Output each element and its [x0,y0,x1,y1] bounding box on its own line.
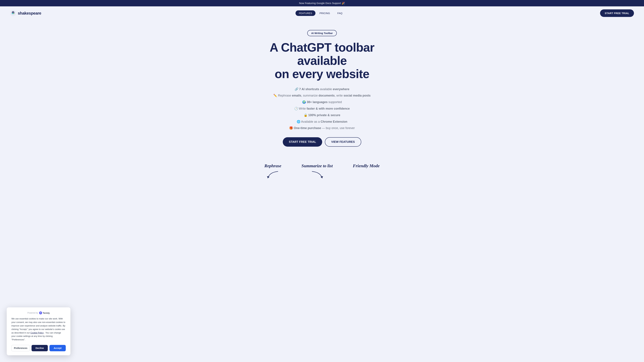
feature-icon: 🔒 [304,113,308,117]
feature-icon: 🌐 [297,120,300,123]
logo-text: shakespeare [18,11,41,15]
shortcut-summarize: Summarize to list [302,163,333,180]
feature-icon: ✏️ [273,94,277,97]
shortcut-rephrase: Rephrase [264,163,281,180]
announcement-bar: Now Featuring Google Docs Support 🎉 [0,0,644,6]
cookie-accept-button[interactable]: Accept [50,345,66,351]
feature-text: Available as a Chrome Extension [301,120,347,123]
svg-point-3 [13,12,14,13]
svg-marker-7 [320,176,323,178]
hero-features-list: 🔗 7 AI shortcuts available everywhere ✏️… [250,87,394,131]
hero-start-trial-button[interactable]: START FREE TRIAL [283,137,322,147]
feature-text: 100% private & secure [308,113,340,117]
feature-text: 7 AI shortcuts available everywhere [299,87,350,91]
logo-area[interactable]: shakespeare [10,10,41,16]
feature-icon: 🎁 [289,126,293,130]
cookie-text: We use essential cookies to make our sit… [12,317,66,342]
shakespeare-logo-icon [10,10,16,16]
nav-faq[interactable]: FAQ [334,10,346,16]
termly-logo: T Termly [39,311,50,314]
termly-icon: T [39,311,42,314]
cookie-decline-button[interactable]: Decline [32,345,48,351]
feature-confidence: 🕐 Write faster & with more confidence [250,106,394,111]
feature-languages: 🌍 38+ languages supported [250,100,394,105]
shortcut-rephrase-label: Rephrase [264,163,281,168]
hero-section: AI Writing Toolbar A ChatGPT toolbar ava… [246,20,398,163]
feature-text: Write faster & with more confidence [299,107,350,110]
cookie-preferences-button[interactable]: Preferences [12,345,30,351]
shortcut-friendly-label: Friendly Mode [353,163,380,168]
hero-buttons: START FREE TRIAL VIEW FEATURES [250,137,394,147]
powered-by-text: Powered by [27,312,38,314]
shortcut-friendly: Friendly Mode [353,163,380,180]
cookie-banner: Powered by T Termly We use essential coo… [7,307,70,355]
hero-heading: A ChatGPT toolbar available on every web… [250,41,394,81]
nav-features[interactable]: FEATURES [296,10,316,16]
feature-rephrase: ✏️ Rephrase emails, summarize documents,… [250,93,394,98]
nav-cta-button[interactable]: START FREE TRIAL [600,9,634,17]
cookie-buttons: Preferences Decline Accept [12,345,66,351]
feature-text: 38+ languages supported [307,100,342,104]
hero-view-features-button[interactable]: VIEW FEATURES [325,137,361,147]
feature-text: One-time purchase — buy once, use foreve… [294,126,355,130]
announcement-text: Now Featuring Google Docs Support 🎉 [299,2,345,4]
cookie-policy-link[interactable]: Cookie Policy [30,332,44,334]
shortcuts-preview: Rephrase Summarize to list Friendly Mode [0,163,644,183]
termly-brand-text: Termly [43,312,50,314]
summarize-arrow-icon [310,170,324,180]
navbar: shakespeare FEATURES PRICING FAQ START F… [0,6,644,20]
feature-chrome: 🌐 Available as a Chrome Extension [250,119,394,124]
feature-one-time: 🎁 One-time purchase — buy once, use fore… [250,126,394,131]
nav-pricing[interactable]: PRICING [316,10,334,16]
feature-private: 🔒 100% private & secure [250,113,394,118]
hero-heading-line1: A ChatGPT toolbar available [270,41,374,67]
svg-marker-6 [267,176,270,178]
nav-links: FEATURES PRICING FAQ [296,10,346,16]
rephrase-arrow-icon [266,170,280,180]
feature-icon: 🕐 [294,107,298,110]
feature-icon: 🌍 [302,100,306,104]
feature-icon: 🔗 [295,87,298,91]
feature-text: Rephrase emails, summarize documents, wr… [278,94,370,97]
hero-heading-line2: on every website [275,67,369,81]
ai-writing-badge[interactable]: AI Writing Toolbar [307,30,337,36]
powered-by-section: Powered by T Termly [12,311,66,314]
feature-shortcuts: 🔗 7 AI shortcuts available everywhere [250,87,394,92]
shortcut-summarize-label: Summarize to list [302,163,333,168]
